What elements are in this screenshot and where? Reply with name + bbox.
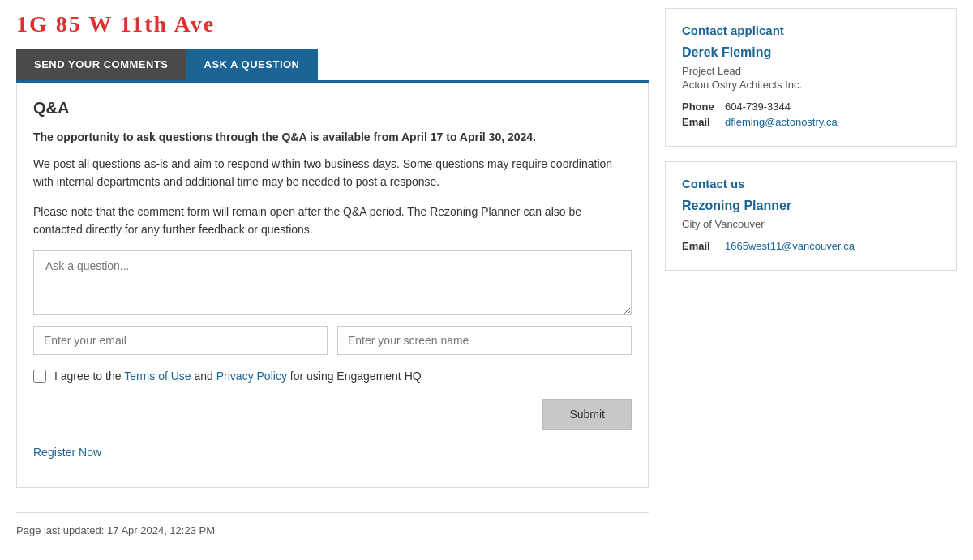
contact-us-email: Email 1665west11@vancouver.ca <box>682 240 940 252</box>
send-comments-tab[interactable]: SEND YOUR COMMENTS <box>16 49 186 80</box>
terms-and: and <box>191 370 216 383</box>
register-now-link[interactable]: Register Now <box>33 446 101 459</box>
content-area: Q&A The opportunity to ask questions thr… <box>16 83 649 488</box>
main-content: 1G 85 W 11th Ave SEND YOUR COMMENTS ASK … <box>16 8 649 536</box>
contact-us-email-label: Email <box>682 240 718 252</box>
terms-checkbox[interactable] <box>33 370 46 383</box>
applicant-role: Project Lead <box>682 65 940 77</box>
email-input[interactable] <box>33 326 328 355</box>
applicant-email: Email dfleming@actonostry.ca <box>682 116 940 128</box>
page-footer: Page last updated: 17 Apr 2024, 12:23 PM <box>16 512 649 536</box>
contact-us-org: City of Vancouver <box>682 218 940 230</box>
submit-row: Submit <box>33 399 632 430</box>
terms-row: I agree to the Terms of Use and Privacy … <box>33 370 632 383</box>
applicant-org: Acton Ostry Achitects Inc. <box>682 79 940 91</box>
contact-us-email-link[interactable]: 1665west11@vancouver.ca <box>725 240 855 252</box>
contact-applicant-card: Contact applicant Derek Fleming Project … <box>665 8 957 147</box>
contact-applicant-header: Contact applicant <box>682 24 940 37</box>
question-input[interactable] <box>33 250 632 315</box>
rezoning-planner-name: Rezoning Planner <box>682 199 940 213</box>
form-row-details <box>33 326 632 355</box>
question-form: I agree to the Terms of Use and Privacy … <box>33 250 632 459</box>
applicant-email-label: Email <box>682 116 718 128</box>
screen-name-input[interactable] <box>337 326 632 355</box>
submit-button[interactable]: Submit <box>542 399 632 430</box>
tabs-container: SEND YOUR COMMENTS ASK A QUESTION <box>16 49 649 83</box>
last-updated-text: Page last updated: 17 Apr 2024, 12:23 PM <box>16 524 215 536</box>
description-text-1: We post all questions as-is and aim to r… <box>33 155 632 191</box>
terms-prefix: I agree to the <box>54 370 124 383</box>
applicant-phone: Phone 604-739-3344 <box>682 100 940 113</box>
terms-suffix: for using Engagement HQ <box>287 370 422 383</box>
availability-notice: The opportunity to ask questions through… <box>33 130 632 143</box>
phone-value: 604-739-3344 <box>725 100 791 113</box>
contact-us-card: Contact us Rezoning Planner City of Vanc… <box>665 161 957 271</box>
sidebar: Contact applicant Derek Fleming Project … <box>665 8 957 536</box>
applicant-name: Derek Fleming <box>682 45 940 60</box>
phone-label: Phone <box>682 100 718 113</box>
contact-us-header: Contact us <box>682 177 940 190</box>
section-title: Q&A <box>33 99 632 118</box>
applicant-email-link[interactable]: dfleming@actonostry.ca <box>725 116 838 128</box>
terms-of-use-link[interactable]: Terms of Use <box>124 370 191 383</box>
ask-question-tab[interactable]: ASK A QUESTION <box>186 49 318 80</box>
privacy-policy-link[interactable]: Privacy Policy <box>216 370 287 383</box>
description-text-2: Please note that the comment form will r… <box>33 203 632 239</box>
terms-text: I agree to the Terms of Use and Privacy … <box>54 370 422 383</box>
handwriting-annotation: 1G 85 W 11th Ave <box>16 8 649 45</box>
